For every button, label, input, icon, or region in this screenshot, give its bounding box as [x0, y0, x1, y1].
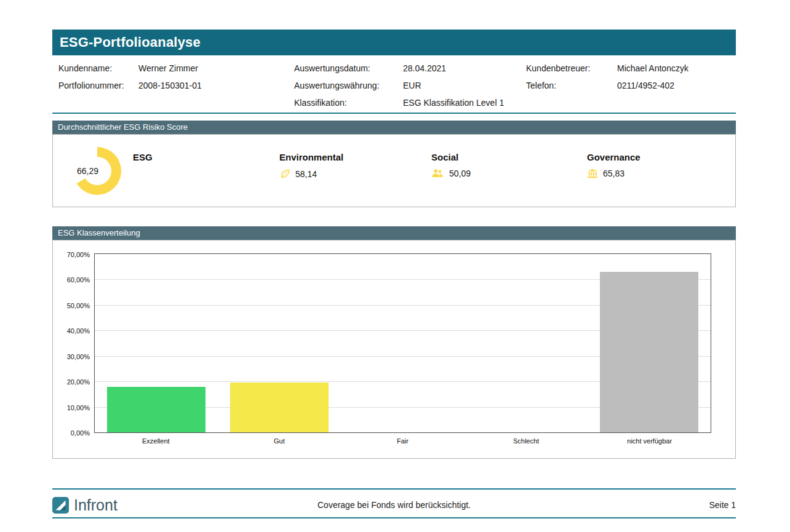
- x-axis-labels: ExzellentGutFairSchlechtnicht verfügbar: [94, 437, 711, 445]
- bar-chart-plot: 0,00%10,00%20,00%30,00%40,00%50,00%60,00…: [94, 253, 711, 433]
- bar-band-2: [341, 254, 464, 432]
- meta-row: Portfolionummer: 2008-150301-01: [58, 81, 202, 98]
- bar-band-0: [95, 254, 218, 432]
- meta-value-telefon: 0211/4952-402: [617, 81, 674, 90]
- meta-value-klassifikation: ESG Klassifikation Level 1: [403, 98, 504, 108]
- meta-label-auswertungsdatum: Auswertungsdatum:: [294, 63, 403, 73]
- footer-note: Coverage bei Fonds wird berücksichtigt.: [52, 500, 736, 510]
- leaf-icon: [279, 169, 290, 179]
- bar-0: [107, 387, 205, 432]
- report-content: ESG-Portfolioanalyse Kundenname: Werner …: [52, 30, 736, 459]
- meta-row: Kundenbetreuer: Michael Antonczyk: [526, 63, 688, 81]
- meta-column-middle: Auswertungsdatum: 28.04.2021 Auswertungs…: [294, 63, 504, 115]
- meta-label-klassifikation: Klassifikation:: [294, 98, 403, 108]
- y-tick-label: 40,00%: [54, 327, 90, 335]
- y-tick-label: 70,00%: [54, 251, 90, 258]
- meta-label-auswertungswaehrung: Auswertungswährung:: [294, 81, 403, 90]
- esg-score-gauge: 66,29: [73, 147, 121, 195]
- meta-label-portfolionummer: Portfolionummer:: [58, 81, 138, 90]
- metric-governance-value: 65,83: [603, 169, 624, 178]
- metric-governance-label: Governance: [587, 152, 640, 162]
- bar-bands: [95, 254, 711, 432]
- metric-social-label: Social: [431, 152, 471, 162]
- metric-social-value: 50,09: [449, 169, 471, 178]
- bar-band-4: [588, 254, 711, 432]
- esg-score-panel: 66,29 ESG Environmental 58,14 Social: [52, 134, 736, 207]
- meta-value-kundenbetreuer: Michael Antonczyk: [617, 63, 688, 73]
- bar-band-3: [465, 254, 588, 432]
- meta-value-kundenname: Werner Zimmer: [138, 63, 198, 73]
- metric-environmental: Environmental 58,14: [279, 152, 343, 179]
- meta-label-kundenbetreuer: Kundenbetreuer:: [526, 63, 617, 73]
- bar-1: [230, 383, 329, 432]
- meta-column-left: Kundenname: Werner Zimmer Portfolionumme…: [58, 63, 202, 98]
- page-number: Seite 1: [709, 500, 736, 510]
- x-label-4: nicht verfügbar: [588, 437, 711, 445]
- x-label-2: Fair: [341, 437, 465, 445]
- section-title-esg-score: Durchschnittlicher ESG Risiko Score: [58, 122, 188, 132]
- meta-value-auswertungsdatum: 28.04.2021: [403, 63, 446, 73]
- meta-row: Kundenname: Werner Zimmer: [58, 63, 202, 81]
- y-tick-label: 60,00%: [54, 276, 90, 284]
- report-title-bar: ESG-Portfolioanalyse: [52, 30, 736, 55]
- report-page: ESG-Portfolioanalyse Kundenname: Werner …: [0, 0, 790, 532]
- x-label-0: Exzellent: [94, 437, 218, 445]
- bar-band-1: [218, 254, 341, 432]
- footer: Infront Coverage bei Fonds wird berücksi…: [52, 494, 736, 516]
- x-label-1: Gut: [218, 437, 341, 445]
- meta-label-kundenname: Kundenname:: [58, 63, 138, 73]
- x-label-3: Schlecht: [465, 437, 588, 445]
- meta-section: Kundenname: Werner Zimmer Portfolionumme…: [52, 55, 736, 113]
- meta-row: Telefon: 0211/4952-402: [526, 81, 688, 98]
- page-title: ESG-Portfolioanalyse: [60, 34, 201, 50]
- footer-divider-top: [52, 488, 736, 490]
- bank-icon: [587, 169, 598, 178]
- metric-governance: Governance 65,83: [587, 152, 640, 178]
- people-icon: [431, 169, 444, 178]
- y-tick-label: 10,00%: [54, 404, 90, 411]
- metric-social: Social 50,09: [431, 152, 471, 178]
- meta-row: Auswertungswährung: EUR: [294, 81, 504, 98]
- meta-column-right: Kundenbetreuer: Michael Antonczyk Telefo…: [526, 63, 688, 98]
- meta-row: Klassifikation: ESG Klassifikation Level…: [294, 98, 504, 115]
- esg-label: ESG: [133, 152, 153, 162]
- metric-environmental-value: 58,14: [295, 169, 317, 179]
- meta-label-telefon: Telefon:: [526, 81, 617, 90]
- y-tick-label: 20,00%: [54, 378, 90, 386]
- section-title-distribution: ESG Klassenverteilung: [58, 228, 140, 237]
- esg-score-value: 66,29: [77, 166, 98, 176]
- meta-value-auswertungswaehrung: EUR: [403, 81, 421, 90]
- bar-4: [600, 272, 698, 432]
- metric-environmental-label: Environmental: [279, 152, 343, 162]
- meta-value-portfolionummer: 2008-150301-01: [138, 81, 202, 90]
- metric-governance-row: 65,83: [587, 169, 640, 178]
- metric-social-row: 50,09: [431, 169, 471, 178]
- y-tick-label: 30,00%: [54, 353, 90, 360]
- meta-row: Auswertungsdatum: 28.04.2021: [294, 63, 504, 81]
- section-header-esg-score: Durchschnittlicher ESG Risiko Score: [52, 121, 736, 134]
- section-header-distribution: ESG Klassenverteilung: [52, 226, 736, 240]
- y-tick-label: 0,00%: [54, 429, 90, 437]
- footer-divider-bottom: [52, 517, 736, 518]
- y-tick-label: 50,00%: [54, 302, 90, 309]
- esg-distribution-panel: 0,00%10,00%20,00%30,00%40,00%50,00%60,00…: [52, 240, 736, 459]
- metric-environmental-row: 58,14: [279, 169, 343, 179]
